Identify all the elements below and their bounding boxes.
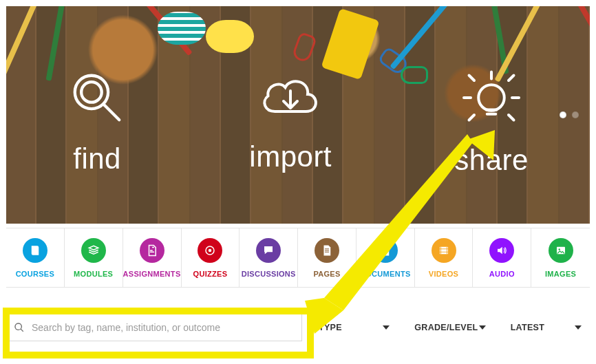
svg-point-12 — [209, 248, 212, 252]
hero-action-share[interactable]: share — [454, 67, 529, 177]
file-lines-icon — [315, 238, 339, 263]
category-modules[interactable]: MODULES — [65, 228, 123, 288]
category-label: DISCUSSIONS — [242, 270, 296, 278]
chat-icon — [256, 238, 281, 263]
svg-line-7 — [469, 76, 475, 81]
carousel-dot[interactable] — [560, 111, 566, 118]
dropdown-label: LATEST — [511, 323, 544, 332]
assignment-icon — [140, 238, 164, 263]
category-images[interactable]: IMAGES — [531, 228, 590, 288]
carousel-dot[interactable] — [572, 111, 579, 118]
category-label: DOCUMENTS — [360, 270, 411, 278]
search-input[interactable] — [32, 314, 295, 341]
film-icon — [432, 238, 456, 263]
category-label: AUDIO — [489, 270, 515, 278]
category-assignments[interactable]: ASSIGNMENTS — [123, 228, 182, 288]
dropdown-latest[interactable]: LATEST — [502, 314, 590, 341]
cloud-download-icon — [256, 70, 325, 128]
svg-point-15 — [558, 248, 560, 250]
dropdown-label: TYPE — [319, 323, 342, 332]
chevron-down-icon — [383, 325, 390, 330]
file-lines-icon — [373, 238, 398, 263]
svg-line-10 — [509, 115, 514, 120]
category-label: ASSIGNMENTS — [123, 270, 181, 278]
category-documents[interactable]: DOCUMENTS — [356, 228, 415, 288]
svg-point-1 — [81, 82, 102, 103]
category-videos[interactable]: VIDEOS — [415, 228, 473, 288]
hero-label: find — [73, 142, 121, 175]
category-label: VIDEOS — [429, 270, 458, 278]
speaker-icon — [489, 238, 514, 263]
svg-line-9 — [469, 115, 475, 120]
picture-icon — [549, 238, 573, 263]
chevron-down-icon — [575, 325, 582, 330]
hero-label: share — [454, 144, 529, 177]
dropdown-type[interactable]: TYPE — [310, 314, 398, 341]
hero-label: import — [249, 140, 332, 173]
dropdown-label: GRADE/LEVEL — [414, 323, 478, 332]
category-discussions[interactable]: DISCUSSIONS — [240, 228, 298, 288]
stack-icon — [81, 238, 106, 263]
category-strip: COURSES MODULES ASSIGNMENTS QUIZZES DISC… — [6, 228, 590, 288]
magnify-icon — [67, 68, 127, 130]
filter-bar: TYPE GRADE/LEVEL LATEST — [6, 308, 590, 347]
chevron-down-icon — [479, 325, 486, 330]
category-label: COURSES — [16, 270, 55, 278]
hero-action-find[interactable]: find — [67, 68, 127, 175]
category-audio[interactable]: AUDIO — [473, 228, 531, 288]
search-field-wrap[interactable] — [6, 314, 302, 341]
lightbulb-icon — [460, 67, 522, 131]
book-icon — [23, 238, 47, 263]
hero-action-import[interactable]: import — [249, 70, 332, 173]
svg-line-2 — [105, 105, 120, 120]
category-pages[interactable]: PAGES — [298, 228, 356, 288]
search-icon — [14, 322, 25, 333]
category-label: PAGES — [313, 270, 340, 278]
category-label: IMAGES — [545, 270, 576, 278]
hero-banner: find import — [6, 6, 590, 224]
target-icon — [198, 238, 222, 263]
svg-line-8 — [509, 76, 514, 81]
dropdown-grade-level[interactable]: GRADE/LEVEL — [406, 314, 493, 341]
category-label: MODULES — [74, 270, 113, 278]
svg-point-3 — [478, 85, 504, 111]
category-quizzes[interactable]: QUIZZES — [182, 228, 240, 288]
category-label: QUIZZES — [193, 270, 228, 278]
category-courses[interactable]: COURSES — [6, 228, 65, 288]
carousel-dots[interactable] — [560, 111, 579, 118]
